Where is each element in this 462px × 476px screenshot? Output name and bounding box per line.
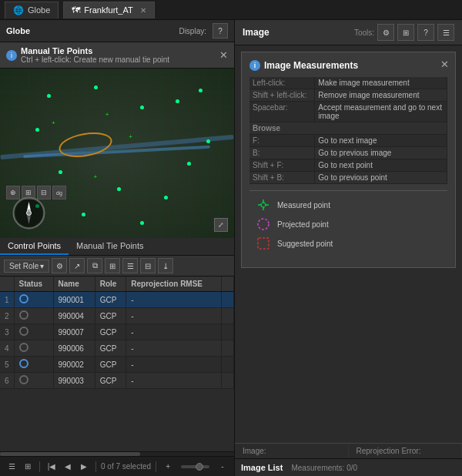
grid-btn[interactable]: ⊟ [140, 258, 156, 273]
instruction-val-2: Remove image measurement [315, 89, 447, 102]
table-bottom-bar: ☰ ⊞ |◀ ◀ ▶ 0 of 7 selected + - [0, 456, 234, 476]
selection-info: 0 of 7 selected [101, 462, 151, 471]
image-list-section: Image List Measurements: 0/0 [235, 459, 462, 476]
row-num: 3 [0, 324, 14, 340]
tab-manual-tie-points[interactable]: Manual Tie Points [69, 238, 151, 255]
row-status [14, 292, 53, 308]
row-role: GCP [95, 308, 126, 324]
compass[interactable] [12, 196, 46, 230]
suggested-point-label: Suggested point [277, 240, 333, 248]
row-name: 990006 [53, 340, 95, 357]
row-status [14, 357, 53, 373]
control-points-table[interactable]: Status Name Role Reprojection RMSE 1 990… [0, 277, 234, 451]
copy-btn[interactable]: ⧉ [87, 258, 102, 273]
measured-point-label: Measured point [277, 201, 330, 210]
map-info-btn[interactable]: dg [52, 186, 66, 199]
row-rmse: - [126, 340, 222, 357]
row-role: GCP [95, 357, 126, 373]
map-area[interactable]: + + + + ⊕ ⊞ ⊟ dg [0, 69, 234, 238]
row-num: 1 [0, 292, 14, 308]
row-rmse: - [126, 357, 222, 373]
grid-view-btn[interactable]: ⊞ [397, 24, 414, 41]
instruction-key-3: Spacebar: [249, 102, 315, 122]
row-role: GCP [95, 373, 126, 389]
im-title: i Image Measurements [249, 60, 447, 71]
tools-dropdown-btn[interactable]: ⚙ [377, 24, 394, 41]
help-button[interactable]: ? [213, 23, 228, 39]
right-tools: Tools: ⚙ ⊞ ? ☰ [354, 24, 454, 41]
map-icon: 🗺 [72, 5, 80, 15]
row-rmse: - [126, 308, 222, 324]
row-role: GCP [95, 324, 126, 340]
projected-point-icon [256, 216, 271, 232]
right-header: Image Tools: ⚙ ⊞ ? ☰ [235, 20, 462, 45]
prev-page-icon[interactable]: ◀ [61, 460, 75, 474]
mtp-close-button[interactable]: ✕ [219, 49, 228, 61]
map-extent-button[interactable]: ⤢ [214, 218, 228, 232]
row-status [14, 373, 53, 389]
zoom-slider[interactable] [181, 465, 209, 468]
filter-btn[interactable]: ⚙ [52, 258, 67, 273]
im-close-button[interactable]: ✕ [440, 59, 449, 70]
im-icon: i [249, 60, 260, 71]
browse-key-4: Shift + B: [249, 172, 315, 184]
legend-projected: Projected point [256, 216, 441, 232]
tab-frankfurt[interactable]: 🗺 Frankfurt_AT ✕ [63, 2, 154, 18]
play-icon[interactable]: ▶ [77, 460, 91, 474]
tab-globe[interactable]: 🌐 Globe [5, 2, 59, 18]
instruction-key-2: Shift + left-click: [249, 89, 315, 102]
left-panel: Globe Display: ? i Manual Tie Points Ctr… [0, 20, 235, 476]
control-points-section: Control Points Manual Tie Points Set Rol… [0, 238, 234, 476]
row-num: 4 [0, 340, 14, 357]
close-tab-icon[interactable]: ✕ [140, 6, 146, 15]
menu-btn[interactable]: ☰ [437, 24, 454, 41]
col-name[interactable]: Name [53, 277, 95, 292]
legend: Measured point Projected point [249, 190, 447, 260]
legend-measured: Measured point [256, 197, 441, 213]
table-icon[interactable]: ☰ [5, 460, 18, 474]
zoom-in-icon[interactable]: + [161, 460, 175, 474]
svg-point-2 [27, 211, 32, 216]
image-measurements-panel: i Image Measurements ✕ Left-click: Make … [241, 52, 456, 268]
image-list-title: Image List [241, 463, 283, 472]
table-row[interactable]: 3 990007 GCP - [0, 324, 234, 340]
list-btn[interactable]: ☰ [122, 258, 138, 273]
first-page-icon[interactable]: |◀ [45, 460, 59, 474]
top-bar: 🌐 Globe 🗺 Frankfurt_AT ✕ [0, 0, 462, 20]
suggested-point-icon [256, 236, 271, 251]
table-row[interactable]: 2 990004 GCP - [0, 308, 234, 324]
browse-val-4: Go to previous point [315, 172, 447, 184]
img-tabs-row: Image: Reprojection Error: [235, 444, 462, 459]
measurements-count: Measurements: 0/0 [291, 464, 357, 472]
col-role[interactable]: Role [95, 277, 126, 292]
row-name: 990002 [53, 357, 95, 373]
export-btn[interactable]: ⤓ [158, 258, 173, 273]
reprojection-tab-cell: Reprojection Error: [349, 444, 463, 458]
table-row[interactable]: 5 990002 GCP - [0, 357, 234, 373]
row-status [14, 340, 53, 357]
tools-label: Tools: [354, 28, 374, 37]
table-row[interactable]: 1 990001 GCP - [0, 292, 234, 308]
select-btn[interactable]: ↗ [69, 258, 85, 273]
help-btn[interactable]: ? [417, 24, 434, 41]
zoom-out-icon[interactable]: - [216, 460, 229, 474]
instruction-val-1: Make image measurement [315, 77, 447, 89]
table-row[interactable]: 4 990006 GCP - [0, 340, 234, 357]
col-rmse[interactable]: Reprojection RMSE [126, 277, 222, 292]
col-status[interactable]: Status [14, 277, 53, 292]
row-name: 990004 [53, 308, 95, 324]
tab-control-points[interactable]: Control Points [0, 238, 69, 255]
import-btn[interactable]: ⊞ [105, 258, 120, 273]
row-status [14, 308, 53, 324]
browse-val-2: Go to previous image [315, 147, 447, 159]
globe-icon: 🌐 [13, 5, 24, 15]
map-view-icon[interactable]: ⊞ [21, 460, 35, 474]
projected-point-label: Projected point [277, 220, 329, 229]
set-role-button[interactable]: Set Role ▾ [4, 260, 49, 273]
cp-toolbar: Set Role ▾ ⚙ ↗ ⧉ ⊞ ☰ ⊟ ⤓ [0, 256, 234, 277]
table-row[interactable]: 6 990003 GCP - [0, 373, 234, 389]
svg-point-8 [258, 219, 269, 230]
browse-val-1: Go to next image [315, 135, 447, 147]
col-actions [222, 277, 234, 292]
globe-header: Globe Display: ? [0, 20, 234, 42]
